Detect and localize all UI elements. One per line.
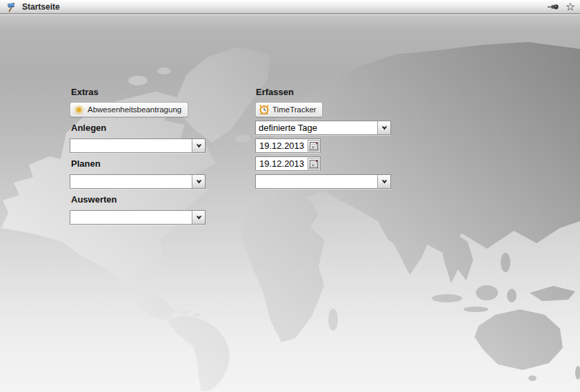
- alarm-clock-icon: [259, 104, 270, 115]
- chevron-down-icon: [381, 180, 388, 184]
- erfassen-extra-combobox-value[interactable]: [256, 175, 377, 188]
- date-to-field[interactable]: 19.12.2013: [255, 156, 321, 171]
- planen-heading: Planen: [71, 158, 101, 169]
- chevron-down-icon: [196, 216, 202, 220]
- calendar-icon: [310, 160, 318, 168]
- titlebar: Startseite ☆: [0, 0, 580, 14]
- period-combobox-dropdown-button[interactable]: [377, 121, 390, 134]
- pushpin-icon[interactable]: [547, 0, 559, 14]
- chevron-down-icon: [196, 144, 202, 148]
- date-to-value[interactable]: 19.12.2013: [256, 158, 308, 169]
- anlegen-combobox-dropdown-button[interactable]: [192, 139, 205, 152]
- erfassen-heading: Erfassen: [256, 87, 294, 97]
- auswerten-combobox-dropdown-button[interactable]: [192, 211, 205, 224]
- planen-combobox[interactable]: [70, 174, 206, 189]
- date-from-value[interactable]: 19.12.2013: [256, 141, 308, 151]
- date-from-picker-button[interactable]: [308, 140, 319, 152]
- erfassen-extra-combobox-dropdown-button[interactable]: [377, 175, 390, 188]
- anlegen-combobox[interactable]: [70, 138, 206, 153]
- absence-request-button[interactable]: Abwesenheitsbeantragung: [70, 102, 188, 117]
- planen-combobox-dropdown-button[interactable]: [192, 175, 205, 188]
- anlegen-heading: Anlegen: [71, 123, 106, 133]
- content-area: Extras Abwesenheitsbeantragung Anlegen P…: [0, 14, 580, 392]
- extras-heading: Extras: [71, 87, 99, 97]
- anlegen-combobox-value[interactable]: [70, 139, 192, 152]
- chevron-down-icon: [196, 180, 202, 184]
- timetracker-button[interactable]: TimeTracker: [255, 102, 323, 117]
- period-combobox[interactable]: definierte Tage: [255, 121, 391, 135]
- period-combobox-value[interactable]: definierte Tage: [256, 121, 377, 134]
- date-from-field[interactable]: 19.12.2013: [255, 138, 321, 153]
- flag-icon: [5, 0, 17, 14]
- auswerten-combobox[interactable]: [70, 210, 206, 225]
- auswerten-combobox-value[interactable]: [70, 211, 192, 224]
- planen-combobox-value[interactable]: [70, 175, 192, 188]
- favorite-star-icon[interactable]: ☆: [566, 0, 575, 14]
- absence-request-button-label: Abwesenheitsbeantragung: [88, 105, 181, 114]
- chevron-down-icon: [381, 126, 388, 130]
- erfassen-extra-combobox[interactable]: [255, 174, 391, 189]
- calendar-icon: [310, 142, 318, 150]
- page-title: Startseite: [22, 2, 60, 12]
- date-to-picker-button[interactable]: [308, 158, 319, 169]
- sun-icon: [74, 105, 84, 115]
- auswerten-heading: Auswerten: [71, 194, 117, 205]
- timetracker-button-label: TimeTracker: [272, 105, 317, 114]
